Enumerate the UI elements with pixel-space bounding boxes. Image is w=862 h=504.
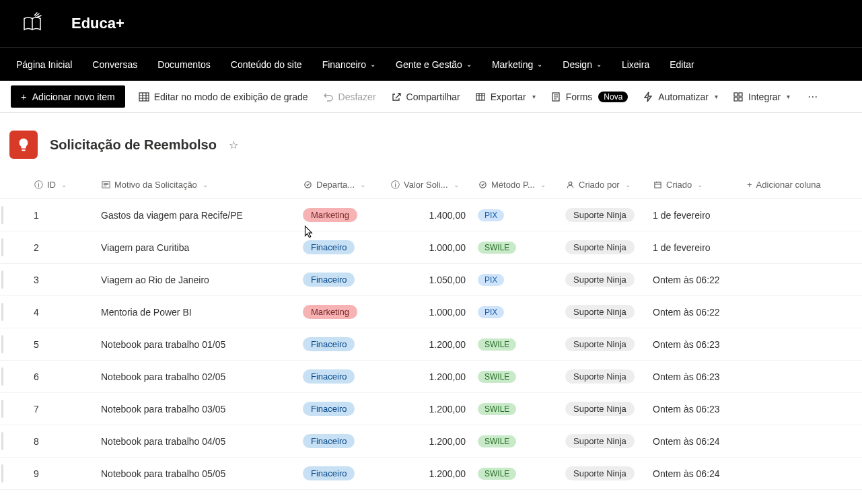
undo-label: Desfazer [338, 92, 376, 102]
export-label: Exportar [491, 92, 526, 102]
table-row[interactable]: 7Notebook para trabalho 03/05Finaceiro1.… [0, 393, 862, 425]
nav-item[interactable]: Conversas [92, 59, 137, 70]
cell-dept: Finaceiro [303, 240, 390, 254]
column-header-metodo[interactable]: Método P... ⌄ [478, 180, 565, 190]
choice-icon [478, 180, 487, 190]
automate-button[interactable]: Automatizar ▾ [641, 89, 719, 105]
nav-item[interactable]: Gente e Gestão⌄ [396, 59, 472, 70]
integrate-label: Integrar [748, 92, 781, 102]
site-nav: Página InicialConversasDocumentosConteúd… [0, 47, 862, 81]
more-actions-button[interactable]: ··· [803, 89, 822, 104]
integrate-button[interactable]: Integrar ▾ [731, 89, 791, 105]
cell-id: 8 [13, 436, 101, 447]
cell-metodo: SWILE [478, 242, 565, 254]
table-row[interactable]: 3Viagem ao Rio de JaneiroFinaceiro1.050,… [0, 264, 862, 296]
add-column-button[interactable]: + Adicionar coluna [747, 180, 841, 190]
cell-motivo: Notebook para trabalho 05/05 [101, 468, 303, 479]
table-row[interactable]: 9Notebook para trabalho 05/05Finaceiro1.… [0, 458, 862, 490]
svg-rect-0 [139, 93, 149, 101]
cell-metodo: PIX [478, 209, 565, 221]
nav-item[interactable]: Financeiro⌄ [322, 59, 375, 70]
cell-valor: 1.200,00 [390, 371, 478, 382]
add-label: Adicionar novo item [32, 92, 115, 102]
cell-motivo: Mentoria de Power BI [101, 307, 303, 318]
undo-icon [323, 92, 334, 102]
table-row[interactable]: 1Gastos da viagem para Recife/PEMarketin… [0, 199, 862, 231]
nav-item[interactable]: Lixeira [622, 59, 649, 70]
chevron-down-icon: ▾ [532, 93, 536, 100]
chevron-down-icon: ⌄ [625, 181, 631, 188]
cell-id: 1 [13, 210, 101, 221]
dept-pill: Finaceiro [303, 466, 355, 480]
cell-motivo: Notebook para trabalho 03/05 [101, 404, 303, 415]
svg-rect-4 [739, 93, 742, 96]
svg-rect-6 [739, 98, 742, 101]
info-icon: ⓘ [34, 180, 43, 190]
cell-id: 9 [13, 468, 101, 479]
info-icon: ⓘ [390, 180, 400, 190]
column-header-dept[interactable]: Departa... ⌄ [303, 180, 390, 190]
logo[interactable] [20, 11, 44, 36]
user-pill: Suporte Ninja [565, 208, 635, 222]
cell-criadopor: Suporte Ninja [565, 208, 653, 222]
forms-button[interactable]: Forms Nova [549, 89, 630, 105]
column-header-criadopor[interactable]: Criado por ⌄ [565, 180, 653, 190]
grid-edit-icon [139, 92, 149, 102]
dept-pill: Marketing [303, 305, 357, 319]
cell-dept: Finaceiro [303, 402, 390, 416]
cell-metodo: SWILE [478, 371, 565, 383]
text-icon [101, 180, 110, 190]
cell-motivo: Viagem para Curitiba [101, 242, 303, 253]
table-row[interactable]: 6Notebook para trabalho 02/05Finaceiro1.… [0, 361, 862, 393]
cell-dept: Finaceiro [303, 273, 390, 287]
column-header-id[interactable]: ⓘ ID ⌄ [13, 180, 101, 190]
edit-grid-button[interactable]: Editar no modo de exibição de grade [137, 89, 310, 105]
column-header-criado[interactable]: Criado ⌄ [653, 180, 747, 190]
cell-valor: 1.200,00 [390, 468, 478, 479]
share-button[interactable]: Compartilhar [390, 89, 462, 105]
cell-valor: 1.200,00 [390, 404, 478, 415]
cell-id: 5 [13, 339, 101, 350]
nav-label: Design [563, 59, 592, 70]
table-row[interactable]: 8Notebook para trabalho 04/05Finaceiro1.… [0, 425, 862, 458]
chevron-down-icon: ⌄ [61, 181, 67, 188]
svg-rect-3 [734, 93, 738, 96]
nav-label: Conteúdo do site [231, 59, 302, 70]
person-icon [565, 180, 575, 190]
export-button[interactable]: Exportar ▾ [474, 89, 537, 105]
cell-criadopor: Suporte Ninja [565, 434, 653, 448]
nav-item[interactable]: Marketing⌄ [492, 59, 542, 70]
svg-rect-5 [734, 98, 738, 101]
nav-item[interactable]: Conteúdo do site [231, 59, 302, 70]
nav-item[interactable]: Editar [670, 59, 694, 70]
add-new-item-button[interactable]: + Adicionar novo item [11, 85, 125, 108]
cell-criado: 1 de fevereiro [653, 242, 747, 253]
cell-valor: 1.200,00 [390, 339, 478, 350]
nav-label: Página Inicial [16, 59, 72, 70]
column-header-valor[interactable]: ⓘ Valor Soli... ⌄ [390, 180, 478, 190]
favorite-star-icon[interactable]: ☆ [229, 139, 238, 151]
metodo-pill: PIX [478, 209, 504, 221]
cell-id: 4 [13, 307, 101, 318]
table-row[interactable]: 2Viagem para CuritibaFinaceiro1.000,00SW… [0, 231, 862, 264]
nav-item[interactable]: Página Inicial [16, 59, 72, 70]
cell-criadopor: Suporte Ninja [565, 273, 653, 287]
choice-icon [303, 180, 312, 190]
cell-criadopor: Suporte Ninja [565, 369, 653, 384]
cell-dept: Finaceiro [303, 369, 390, 384]
cell-motivo: Notebook para trabalho 02/05 [101, 371, 303, 382]
grid-edit-label: Editar no modo de exibição de grade [154, 92, 308, 102]
table-row[interactable]: 5Notebook para trabalho 01/05Finaceiro1.… [0, 328, 862, 361]
chevron-down-icon: ⌄ [540, 181, 546, 188]
table-row[interactable]: 4Mentoria de Power BIMarketing1.000,00PI… [0, 296, 862, 328]
nav-item[interactable]: Documentos [157, 59, 211, 70]
user-pill: Suporte Ninja [565, 305, 635, 319]
metodo-pill: PIX [478, 306, 504, 318]
nav-item[interactable]: Design⌄ [563, 59, 602, 70]
dept-pill: Marketing [303, 208, 357, 222]
column-header-motivo[interactable]: Motivo da Solicitação ⌄ [101, 180, 303, 190]
chevron-down-icon: ▾ [787, 93, 790, 100]
data-grid: ⓘ ID ⌄ Motivo da Solicitação ⌄ Departa..… [0, 171, 862, 490]
cell-metodo: SWILE [478, 403, 565, 415]
book-logo-icon [20, 11, 44, 36]
